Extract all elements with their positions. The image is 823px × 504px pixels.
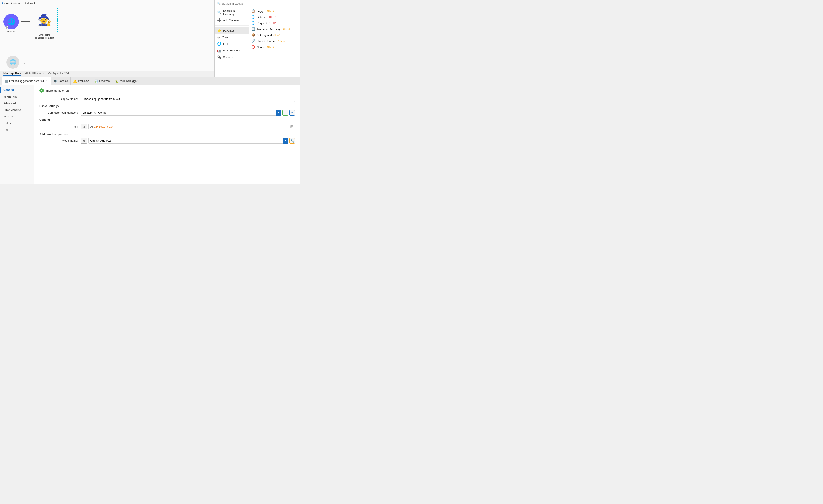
canvas-tabs: Message Flow Global Elements Configurati… bbox=[0, 70, 214, 77]
flow-reference-label: Flow Reference bbox=[257, 39, 276, 43]
http-icon: 🌐 bbox=[217, 42, 221, 46]
choice-icon: ⭕ bbox=[252, 45, 255, 49]
text-field-row: Text: fx #[ payload . text ] ⊞ bbox=[39, 124, 295, 130]
progress-tab-label: Progress bbox=[99, 79, 110, 82]
embedding-tab-icon: 🤖 bbox=[4, 79, 8, 83]
connector-config-select[interactable]: Einstein_AI_Config bbox=[80, 110, 281, 116]
connector-config-add-btn[interactable]: + bbox=[283, 110, 288, 116]
text-fx-badge[interactable]: fx bbox=[80, 124, 87, 130]
ghost-node: 🌐 bbox=[6, 56, 19, 68]
mule-debugger-tab-icon: 🐛 bbox=[115, 79, 119, 83]
search-exchange-label: Search in Exchange.. bbox=[223, 9, 246, 16]
text-expression-field[interactable]: #[ payload . text bbox=[88, 124, 283, 130]
display-name-row: Display Name: bbox=[39, 96, 295, 102]
tab-progress[interactable]: 📊 Progress bbox=[92, 77, 112, 85]
favorites-icon: ⭐ bbox=[217, 28, 221, 33]
embedding-dashed-box: 🧙 bbox=[31, 7, 58, 32]
add-modules-label: Add Modules bbox=[223, 19, 239, 22]
choice-label: Choice bbox=[257, 45, 265, 49]
palette-listener[interactable]: 🌐 Listener (HTTP) bbox=[249, 14, 300, 20]
logger-icon: 📋 bbox=[252, 9, 255, 13]
http-label: HTTP bbox=[223, 42, 230, 45]
nav-mime-type[interactable]: MIME Type bbox=[0, 93, 34, 100]
listener-icon: 🌐 bbox=[3, 14, 19, 29]
listener-badge bbox=[5, 26, 8, 29]
palette-sockets[interactable]: 🔌 Sockets bbox=[214, 54, 249, 60]
text-field-controls: fx #[ payload . text ] ⊞ bbox=[80, 124, 295, 130]
nav-general[interactable]: General bbox=[0, 87, 34, 93]
request-module: (HTTP) bbox=[269, 22, 277, 24]
model-dropdown-btn[interactable]: ▼ bbox=[283, 138, 288, 144]
tab-mule-debugger[interactable]: 🐛 Mule Debugger bbox=[112, 77, 140, 85]
text-label: Text: bbox=[39, 125, 78, 128]
flow-title: einstein-ai-connectorFlow4 bbox=[2, 2, 35, 5]
add-modules-icon: ➕ bbox=[217, 18, 221, 22]
set-payload-module: (Core) bbox=[274, 34, 280, 36]
set-payload-label: Set Payload bbox=[257, 33, 272, 37]
text-grid-btn[interactable]: ⊞ bbox=[289, 124, 295, 130]
flow-reference-module: (Core) bbox=[278, 40, 285, 42]
core-icon: ⚙ bbox=[217, 35, 220, 39]
display-name-input[interactable] bbox=[80, 96, 295, 102]
text-closing-bracket: ] bbox=[285, 125, 287, 128]
nav-error-mapping[interactable]: Error Mapping bbox=[0, 107, 34, 113]
text-dot: . bbox=[105, 125, 107, 128]
palette-choice[interactable]: ⭕ Choice (Core) bbox=[249, 44, 300, 50]
tab-message-flow[interactable]: Message Flow bbox=[3, 72, 21, 76]
transform-icon: 🔄 bbox=[252, 27, 255, 31]
palette-mac-einstein[interactable]: 🤖 MAC Einstein bbox=[214, 47, 249, 54]
basic-settings-label: Basic Settings bbox=[39, 105, 295, 108]
palette-http[interactable]: 🌐 HTTP bbox=[214, 40, 249, 47]
console-tab-icon: 💻 bbox=[53, 79, 57, 83]
palette-logger[interactable]: 📋 Logger (Core) bbox=[249, 8, 300, 14]
sockets-icon: 🔌 bbox=[217, 55, 221, 59]
model-select-wrapper: OpenAI Ada 002 ▼ bbox=[88, 138, 288, 144]
palette-transform-message[interactable]: 🔄 Transform Message (Core) bbox=[249, 26, 300, 32]
search-exchange-icon: 🔍 bbox=[217, 10, 221, 15]
core-label: Core bbox=[222, 36, 228, 39]
palette-listener-icon: 🌐 bbox=[252, 15, 255, 19]
console-tab-label: Console bbox=[58, 79, 68, 82]
palette-content: 🔍 Search in Exchange.. ➕ Add Modules ⭐ F… bbox=[214, 7, 300, 77]
nav-advanced[interactable]: Advanced bbox=[0, 100, 34, 107]
model-name-label: Model name: bbox=[39, 139, 78, 142]
tab-global-elements[interactable]: Global Elements bbox=[25, 72, 44, 76]
palette-add-modules[interactable]: ➕ Add Modules bbox=[214, 17, 249, 24]
embedding-node[interactable]: 🧙 Embeddinggenerate from text bbox=[31, 7, 58, 39]
tab-embedding[interactable]: 🤖 Embedding generate from text ✕ bbox=[2, 77, 51, 85]
no-errors-icon: ✓ bbox=[39, 88, 44, 93]
favorites-label: Favorites bbox=[223, 29, 234, 32]
connector-config-select-wrapper: Einstein_AI_Config ▼ bbox=[80, 110, 281, 116]
connector-config-dropdown-btn[interactable]: ▼ bbox=[276, 110, 281, 116]
tab-close-button[interactable]: ✕ bbox=[45, 79, 48, 82]
nav-help[interactable]: Help bbox=[0, 127, 34, 133]
model-fx-badge[interactable]: fx bbox=[80, 138, 87, 144]
listener-node[interactable]: 🌐 Listener bbox=[3, 14, 19, 33]
palette-request[interactable]: 🌐 Request (HTTP) bbox=[249, 20, 300, 26]
model-name-select[interactable]: OpenAI Ada 002 bbox=[88, 138, 288, 144]
connector-config-edit-btn[interactable]: ✏ bbox=[289, 110, 295, 116]
palette-core[interactable]: ⚙ Core bbox=[214, 34, 249, 40]
flow-expand-icon[interactable] bbox=[2, 2, 3, 4]
nav-notes[interactable]: Notes bbox=[0, 120, 34, 127]
palette-flow-reference[interactable]: 🔗 Flow Reference (Core) bbox=[249, 38, 300, 44]
embedding-icon: 🧙 bbox=[33, 9, 56, 31]
text-hash-bracket: #[ bbox=[90, 125, 94, 128]
tab-problems[interactable]: ⚠️ Problems bbox=[70, 77, 92, 85]
bottom-section: 🤖 Embedding generate from text ✕ 💻 Conso… bbox=[0, 77, 300, 184]
additional-properties-label: Additional properties bbox=[39, 133, 295, 136]
back-arrow: ← bbox=[24, 61, 27, 65]
flow-name-label: einstein-ai-connectorFlow4 bbox=[4, 2, 35, 5]
palette-search-input[interactable] bbox=[222, 2, 298, 5]
palette-search-bar: 🔍 bbox=[214, 0, 300, 7]
choice-module: (Core) bbox=[267, 46, 274, 48]
tab-console[interactable]: 💻 Console bbox=[51, 77, 70, 85]
palette-search-exchange[interactable]: 🔍 Search in Exchange.. bbox=[214, 8, 249, 17]
palette-favorites[interactable]: ⭐ Favorites bbox=[214, 27, 249, 34]
search-icon: 🔍 bbox=[217, 2, 221, 5]
model-extra-btn[interactable]: 🔧 bbox=[289, 138, 295, 144]
palette-set-payload[interactable]: 📦 Set Payload (Core) bbox=[249, 32, 300, 38]
set-payload-icon: 📦 bbox=[252, 33, 255, 37]
tab-configuration-xml[interactable]: Configuration XML bbox=[48, 72, 69, 76]
nav-metadata[interactable]: Metadata bbox=[0, 113, 34, 120]
